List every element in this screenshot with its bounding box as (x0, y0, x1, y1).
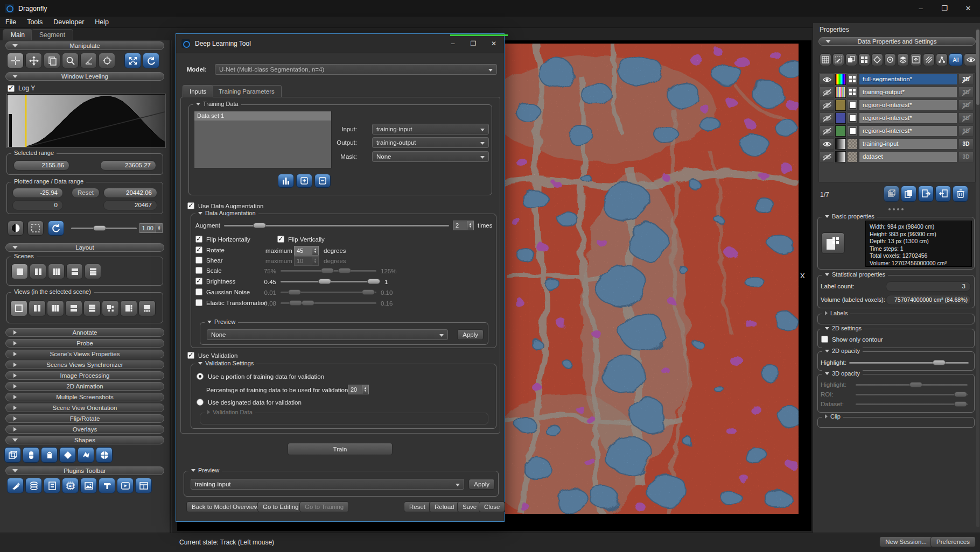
plugin-database-button[interactable] (25, 478, 42, 493)
collapsed-panel-header[interactable]: Annotate (5, 328, 164, 337)
tab-main[interactable]: Main (3, 29, 33, 40)
collapsed-panel-header[interactable]: Scene's Views Properties (5, 350, 164, 358)
fit-view-button[interactable] (124, 53, 141, 68)
shear-spinner[interactable]: 10▲▼ (294, 256, 319, 266)
dataset-row[interactable]: dataset 3D (820, 151, 975, 162)
log-y-checkbox[interactable] (8, 85, 15, 92)
panel-resize-handle[interactable] (888, 208, 904, 210)
visibility-toggle[interactable] (820, 125, 834, 137)
dataset-row[interactable]: region-of-interest* 3D (820, 112, 975, 124)
augmentation-apply-button[interactable]: Apply (457, 329, 484, 340)
dialog-maximize-button[interactable]: ❐ (463, 37, 484, 51)
reset-range-button[interactable]: Reset (72, 188, 100, 198)
dataset-name[interactable]: region-of-interest* (859, 100, 957, 111)
filter-multiroi-button[interactable] (858, 53, 870, 66)
mask-combo[interactable]: None (372, 151, 489, 162)
dataset-row[interactable]: region-of-interest* 3D (820, 100, 975, 111)
menu-item[interactable]: File (0, 18, 22, 26)
3d-roi-slider[interactable] (856, 391, 968, 398)
panel-scrollbar[interactable] (976, 29, 979, 527)
region-select-button[interactable] (27, 221, 44, 236)
scene-layout-single-button[interactable] (11, 264, 28, 279)
3d-badge[interactable]: 3D (958, 151, 974, 162)
add-dataset-button[interactable] (296, 174, 312, 188)
collapse-arrow-icon[interactable] (191, 469, 195, 472)
colormap-swatch[interactable] (835, 138, 846, 150)
visibility-toggle[interactable] (820, 74, 834, 85)
visibility-toggle[interactable] (820, 151, 834, 162)
rotate-checkbox[interactable] (195, 246, 202, 253)
panel-header-layout[interactable]: Layout (5, 243, 164, 252)
model-field[interactable]: U-Net (Multi-class Segmentation, n=4) (215, 64, 497, 75)
go-to-training-button[interactable]: Go to Training (299, 501, 349, 512)
noise-checkbox[interactable] (195, 288, 202, 295)
dialog-minimize-button[interactable]: – (443, 37, 463, 51)
show-only-contour-checkbox[interactable] (821, 336, 828, 343)
panel-header-shapes[interactable]: Shapes (5, 436, 164, 444)
colormap-swatch[interactable] (835, 112, 846, 124)
collapse-arrow-icon[interactable] (825, 327, 829, 330)
3d-badge[interactable]: 3D (958, 112, 974, 124)
duplicate-button[interactable] (901, 186, 916, 202)
brightness-checkbox[interactable] (195, 278, 202, 285)
dialog-close-button[interactable]: ✕ (484, 37, 504, 51)
dataset-name[interactable]: training-output* (859, 87, 957, 98)
shape-sphere-button[interactable] (96, 447, 113, 463)
collapse-arrow-icon[interactable] (198, 212, 202, 215)
panel-header-data-properties[interactable]: Data Properties and Settings (818, 37, 976, 46)
histogram-button[interactable] (278, 174, 294, 188)
gamma-spinner[interactable]: 1.00▲▼ (139, 223, 163, 233)
preferences-button[interactable]: Preferences (930, 536, 976, 547)
scale-checkbox[interactable] (195, 267, 202, 274)
training-data-item[interactable]: Data set 1 (194, 111, 331, 121)
3d-badge[interactable]: 3D (958, 74, 974, 85)
segmented-image[interactable] (505, 44, 799, 514)
3d-badge[interactable]: 3D (958, 87, 974, 98)
colormap-swatch[interactable] (835, 100, 846, 111)
elastic-checkbox[interactable] (195, 299, 202, 306)
dialog-title-bar[interactable]: Deep Learning Tool – ❐ ✕ (176, 34, 504, 53)
view-layout-2row-button[interactable] (65, 300, 82, 316)
reset-view-button[interactable] (143, 53, 159, 68)
filter-stack-button[interactable] (897, 53, 909, 66)
dataset-name[interactable]: training-input (859, 138, 957, 150)
view-layout-3col-button[interactable] (47, 300, 64, 316)
use-validation-checkbox[interactable] (187, 352, 194, 359)
menu-item[interactable]: Tools (22, 18, 48, 26)
tab-training-parameters[interactable]: Training Parameters (212, 85, 282, 97)
scene-layout-3row-button[interactable] (85, 264, 101, 279)
selected-max-field[interactable]: 23605.27 (100, 160, 156, 171)
import-button[interactable] (935, 186, 951, 202)
shear-checkbox[interactable] (195, 257, 202, 264)
collapsed-panel-header[interactable]: Scene View Orientation (5, 404, 164, 412)
spinner-arrows-icon[interactable]: ▲▼ (156, 223, 163, 233)
augment-spinner[interactable]: 2▲▼ (453, 221, 474, 230)
pan-tool-button[interactable] (25, 53, 42, 68)
plugin-movie-button[interactable] (117, 478, 134, 493)
collapsed-panel-header[interactable]: Overlays (5, 425, 164, 434)
collapse-arrow-icon[interactable] (825, 372, 829, 375)
shape-capsule-button[interactable] (23, 447, 39, 463)
angle-tool-button[interactable] (80, 53, 97, 68)
make-3d-button[interactable] (884, 186, 899, 202)
menu-item[interactable]: Developer (48, 18, 89, 26)
spinner-arrows-icon[interactable]: ▲▼ (362, 385, 369, 394)
dataset-row[interactable]: full-segmentation* 3D (820, 74, 975, 85)
filter-contour-button[interactable] (884, 53, 896, 66)
plugin-tool-button[interactable] (99, 478, 115, 493)
percentage-spinner[interactable]: 20▲▼ (348, 385, 369, 394)
view-layout-2col-button[interactable] (29, 300, 46, 316)
close-dialog-button[interactable]: Close (479, 501, 505, 512)
elastic-slider[interactable] (281, 300, 376, 306)
spinner-arrows-icon[interactable]: ▲▼ (467, 221, 474, 230)
view-layout-main-bottom-button[interactable] (138, 300, 156, 316)
noise-slider[interactable] (281, 289, 376, 295)
delete-button[interactable] (953, 186, 968, 202)
visibility-toggle[interactable] (820, 138, 834, 150)
menu-item[interactable]: Help (89, 18, 114, 26)
bottom-preview-combo[interactable]: training-input (191, 479, 464, 490)
dataset-row[interactable]: region-of-interest* 3D (820, 125, 975, 137)
minimize-button[interactable]: – (909, 0, 933, 17)
dataset-name[interactable]: region-of-interest* (859, 112, 957, 124)
collapse-arrow-icon[interactable] (196, 103, 200, 105)
